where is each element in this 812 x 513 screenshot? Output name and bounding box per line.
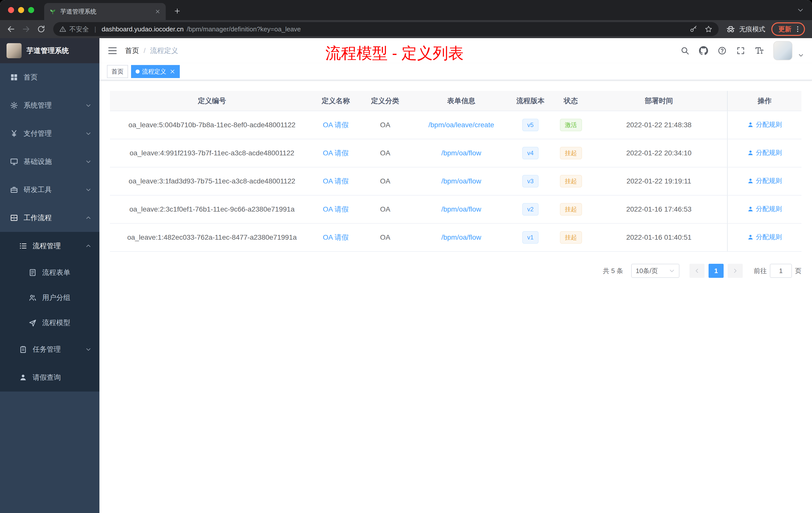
form-info-link[interactable]: /bpm/oa/flow (441, 149, 481, 157)
window-minimize-button[interactable] (18, 7, 24, 13)
back-icon (7, 25, 15, 33)
window-zoom-button[interactable] (28, 7, 34, 13)
status-tag: 挂起 (560, 175, 582, 187)
tag-close-icon[interactable] (170, 69, 175, 74)
page-number-button[interactable]: 1 (708, 264, 724, 278)
sidebar-item-process-management[interactable]: 流程管理 (0, 232, 99, 260)
version-tag: v2 (522, 203, 539, 216)
definition-name-link[interactable]: OA 请假 (323, 205, 349, 213)
chevron-down-icon (85, 346, 91, 352)
cell-version: v2 (510, 195, 551, 223)
assign-rule-link[interactable]: 分配规则 (747, 148, 782, 157)
breadcrumb-home[interactable]: 首页 (125, 46, 139, 56)
cell-name: OA 请假 (314, 111, 357, 139)
cell-category: OA (357, 195, 413, 223)
sidebar-item-infrastructure[interactable]: 基础设施 (0, 148, 99, 176)
sidebar-item-dev-tools[interactable]: 研发工具 (0, 176, 99, 204)
column-header-form: 表单信息 (413, 91, 510, 111)
send-icon (29, 319, 37, 327)
sidebar-item-workflow[interactable]: 工作流程 (0, 204, 99, 232)
sidebar-item-leave-query[interactable]: 请假查询 (0, 363, 99, 392)
url-host: dashboard.yudao.iocoder.cn (102, 25, 184, 33)
window-close-button[interactable] (8, 7, 14, 13)
cell-text: oa_leave:3:1fad3d93-7b75-11ec-a3c8-acde4… (128, 177, 295, 185)
form-info-link[interactable]: /bpm/oa/flow (441, 233, 481, 241)
cell-text: OA (380, 205, 390, 213)
tag-home[interactable]: 首页 (107, 65, 128, 78)
browser-tab-strip: 芋道管理系统 (0, 0, 812, 20)
bookmark-star-icon[interactable] (704, 25, 713, 33)
sidebar-item-system-management[interactable]: 系统管理 (0, 91, 99, 119)
page-size-select[interactable]: 10条/页 (631, 264, 679, 278)
breadcrumb: 首页 / 流程定义 (125, 46, 178, 56)
cell-action: 分配规则 (727, 195, 802, 223)
back-button[interactable] (4, 22, 18, 36)
assign-rule-link[interactable]: 分配规则 (747, 205, 782, 213)
chevron-up-icon (85, 243, 91, 249)
cell-status: 挂起 (551, 195, 590, 223)
status-tag: 激活 (560, 119, 582, 131)
form-info-link[interactable]: /bpm/oa/leave/create (428, 121, 494, 129)
github-icon[interactable] (699, 46, 708, 55)
plus-icon (174, 8, 180, 14)
cell-id: oa_leave:2:3c1f0ef1-76b1-11ec-9c66-a2380… (110, 195, 314, 223)
question-icon[interactable] (718, 46, 727, 55)
browser-tab[interactable]: 芋道管理系统 (44, 3, 166, 20)
incognito-label: 无痕模式 (739, 25, 765, 34)
tab-close-icon[interactable] (154, 7, 162, 16)
yen-icon (10, 129, 18, 138)
caret-down-icon[interactable] (798, 52, 804, 58)
next-page-button[interactable] (728, 264, 743, 278)
sidebar-item-process-form[interactable]: 流程表单 (0, 260, 99, 285)
sidebar-item-process-model[interactable]: 流程模型 (0, 310, 99, 335)
font-size-icon[interactable] (755, 46, 764, 55)
avatar[interactable] (773, 41, 792, 60)
sidebar-item-payment-management[interactable]: 支付管理 (0, 119, 99, 148)
chrome-update-button[interactable]: 更新 (771, 22, 805, 36)
new-tab-button[interactable] (171, 4, 184, 18)
cell-status: 挂起 (551, 167, 590, 195)
tab-search-icon[interactable] (797, 6, 804, 13)
fullscreen-icon[interactable] (736, 46, 745, 55)
url-bar[interactable]: 不安全 | dashboard.yudao.iocoder.cn/bpm/man… (53, 22, 719, 36)
definition-name-link[interactable]: OA 请假 (323, 177, 349, 185)
sidebar-item-home[interactable]: 首页 (0, 63, 99, 91)
tag-label: 首页 (112, 67, 123, 76)
assign-rule-link[interactable]: 分配规则 (747, 176, 782, 185)
goto-page-input[interactable] (770, 264, 792, 278)
cell-deploy_time: 2022-01-16 01:40:51 (590, 223, 727, 251)
assign-rule-link[interactable]: 分配规则 (747, 120, 782, 129)
sidebar-collapse-button[interactable] (108, 46, 117, 56)
page-unit-label: 页 (795, 267, 802, 275)
column-header-version: 流程版本 (510, 91, 551, 111)
user-icon (747, 206, 754, 212)
security-label: 不安全 (69, 25, 89, 34)
definition-name-link[interactable]: OA 请假 (323, 233, 349, 241)
browser-menu-icon[interactable] (794, 25, 802, 33)
cell-name: OA 请假 (314, 167, 357, 195)
form-info-link[interactable]: /bpm/oa/flow (441, 177, 481, 185)
sidebar-item-user-group[interactable]: 用户分组 (0, 285, 99, 310)
forward-button[interactable] (19, 22, 33, 36)
cell-name: OA 请假 (314, 139, 357, 167)
assign-rule-link[interactable]: 分配规则 (747, 233, 782, 241)
definition-name-link[interactable]: OA 请假 (323, 121, 349, 129)
cell-text: oa_leave:4:991f2193-7b7f-11ec-a3c8-acde4… (129, 149, 294, 157)
user-icon (19, 373, 27, 382)
goto-page: 前往 页 (754, 264, 802, 278)
sidebar-logo[interactable]: 芋道管理系统 (0, 38, 99, 63)
cell-action: 分配规则 (727, 223, 802, 251)
cell-status: 挂起 (551, 139, 590, 167)
tag-process-definition[interactable]: 流程定义 (131, 65, 180, 78)
browser-window: 芋道管理系统 不安全 | dashboard.yudao.iocoder.cn/… (0, 0, 812, 513)
form-info-link[interactable]: /bpm/oa/flow (441, 205, 481, 213)
sidebar-item-task-management[interactable]: 任务管理 (0, 335, 99, 363)
password-key-icon[interactable] (690, 25, 697, 33)
definition-name-link[interactable]: OA 请假 (323, 149, 349, 157)
not-secure-warning-icon[interactable] (59, 26, 66, 33)
search-icon[interactable] (680, 46, 690, 55)
prev-page-button[interactable] (690, 264, 704, 278)
reload-button[interactable] (34, 22, 48, 36)
action-label: 分配规则 (756, 120, 782, 129)
table-row: oa_leave:1:482ec033-762a-11ec-8477-a2380… (110, 223, 802, 251)
